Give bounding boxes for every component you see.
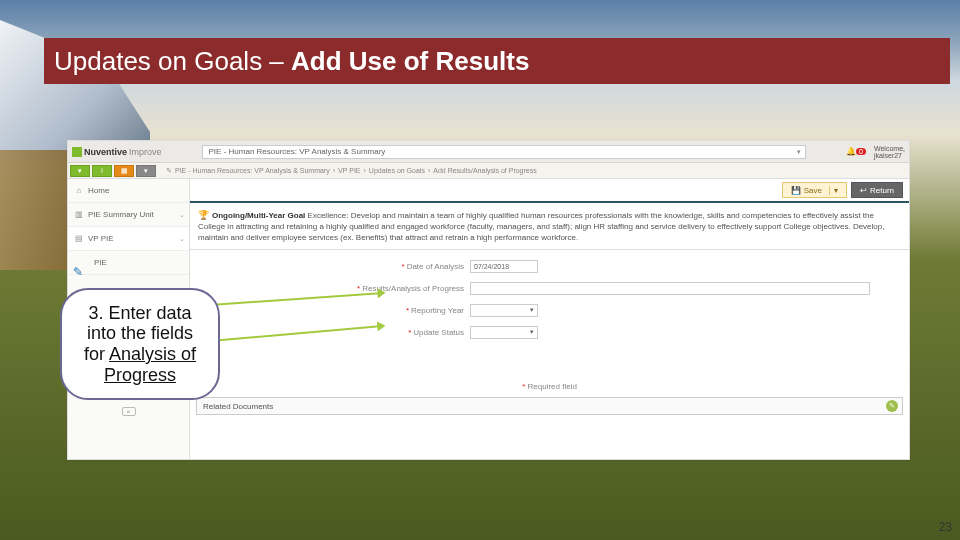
date-input[interactable]: 07/24/2018 [470, 260, 538, 273]
unit-picker-dropdown[interactable]: PIE - Human Resources: VP Analysis & Sum… [202, 145, 807, 159]
sidenav-home-label: Home [88, 186, 109, 195]
main-panel: 💾Save▾ ↩Return 🏆Ongoing/Multi-Year Goal … [190, 179, 909, 459]
sidenav-summary[interactable]: ▥PIE Summary Unit⌄ [68, 203, 189, 227]
related-docs-action-icon[interactable]: ✎ [886, 400, 898, 412]
save-button[interactable]: 💾Save▾ [782, 182, 847, 198]
slide-title-bar: Updates on Goals – Add Use of Results [44, 38, 950, 84]
required-star-icon: * [357, 284, 360, 293]
sidenav-home[interactable]: ⌂Home [68, 179, 189, 203]
year-select[interactable] [470, 304, 538, 317]
instruction-callout: 3. Enter data into the fields for Analys… [60, 288, 220, 400]
breadcrumb-4: Add Results/Analysis of Progress [433, 167, 537, 174]
notification-bell-icon[interactable]: 🔔0 [846, 147, 866, 156]
save-icon: 💾 [791, 186, 801, 195]
breadcrumb-1[interactable]: PIE - Human Resources: VP Analysis & Sum… [175, 167, 330, 174]
slide-title: Updates on Goals – Add Use of Results [54, 46, 529, 77]
sidenav-vppie-label: VP PIE [88, 234, 114, 243]
chevron-down-icon: ⌄ [179, 211, 185, 219]
return-button[interactable]: ↩Return [851, 182, 903, 198]
breadcrumb-sep-icon: › [428, 167, 430, 174]
breadcrumb-sep-icon: › [333, 167, 335, 174]
sidenav-sub-label: PIE [94, 258, 107, 267]
trophy-icon: 🏆 [198, 210, 209, 220]
sidenav-sub[interactable]: PIE [68, 251, 189, 275]
required-star-icon: * [408, 328, 411, 337]
welcome-user: jkaiser27 [874, 152, 905, 159]
chevron-down-icon: ⌄ [179, 235, 185, 243]
nav-iconbar: ▾ i ▦ ▾ ✎ PIE - Human Resources: VP Anal… [68, 163, 909, 179]
columns-icon: ▥ [74, 210, 84, 219]
return-label: Return [870, 186, 894, 195]
welcome-label: Welcome, [874, 145, 905, 152]
callout-line1: 3. Enter data [88, 303, 191, 323]
sidenav-vppie[interactable]: ▤VP PIE⌄ [68, 227, 189, 251]
breadcrumb-sep-icon: › [364, 167, 366, 174]
form-area: *Date of Analysis 07/24/2018 *Results/An… [190, 250, 909, 459]
label-date: *Date of Analysis [190, 262, 470, 271]
save-caret-icon[interactable]: ▾ [829, 186, 838, 195]
navicon-3[interactable]: ▦ [114, 165, 134, 177]
required-star-icon: * [406, 306, 409, 315]
required-hint-text: Required field [527, 382, 576, 391]
topbar-right: 🔔0 Welcome, jkaiser27 [846, 145, 905, 159]
edit-pen-icon: ✎ [73, 265, 83, 279]
status-select[interactable] [470, 326, 538, 339]
title-plain: Updates on Goals – [54, 46, 291, 76]
results-input[interactable] [470, 282, 870, 295]
logo-text-1: Nuventive [84, 147, 127, 157]
breadcrumb-pen-icon: ✎ [166, 167, 172, 175]
goal-box: 🏆Ongoing/Multi-Year Goal Excellence: Dev… [190, 203, 909, 250]
navicon-4[interactable]: ▾ [136, 165, 156, 177]
year-label-text: Reporting Year [411, 306, 464, 315]
sidenav-summary-label: PIE Summary Unit [88, 210, 154, 219]
callout-u1: Analysis of [109, 344, 196, 364]
required-star-icon: * [522, 382, 525, 391]
logo-text-2: Improve [129, 147, 162, 157]
status-label-text: Update Status [413, 328, 464, 337]
related-documents-bar[interactable]: Related Documents ✎ [196, 397, 903, 415]
doc-icon: ▤ [74, 234, 84, 243]
row-year: *Reporting Year [190, 300, 909, 320]
save-label: Save [804, 186, 822, 195]
label-results: *Results/Analysis of Progress [190, 284, 470, 293]
navicon-1[interactable]: ▾ [70, 165, 90, 177]
date-value: 07/24/2018 [474, 263, 509, 270]
callout-text: 3. Enter data into the fields for Analys… [84, 303, 196, 386]
breadcrumb-2[interactable]: VP PIE [338, 167, 360, 174]
unit-picker-value: PIE - Human Resources: VP Analysis & Sum… [209, 147, 386, 156]
page-number: 23 [939, 520, 952, 534]
label-year: *Reporting Year [190, 306, 470, 315]
logo-mark-icon [72, 147, 82, 157]
welcome-block[interactable]: Welcome, jkaiser27 [874, 145, 905, 159]
callout-line3: for [84, 344, 109, 364]
related-docs-label: Related Documents [203, 402, 273, 411]
navicon-2[interactable]: i [92, 165, 112, 177]
required-hint: * Required field [190, 382, 909, 391]
row-results: *Results/Analysis of Progress [190, 278, 909, 298]
callout-line2: into the fields [87, 323, 193, 343]
notification-badge: 0 [856, 148, 866, 155]
app-topbar: Nuventive Improve PIE - Human Resources:… [68, 141, 909, 163]
required-star-icon: * [402, 262, 405, 271]
home-icon: ⌂ [74, 186, 84, 195]
callout-u2: Progress [104, 365, 176, 385]
title-bold: Add Use of Results [291, 46, 529, 76]
app-logo: Nuventive Improve [72, 147, 162, 157]
expand-button[interactable]: « [122, 407, 136, 416]
breadcrumb: ✎ PIE - Human Resources: VP Analysis & S… [156, 167, 909, 175]
breadcrumb-3[interactable]: Updates on Goals [369, 167, 425, 174]
sidenav-expander: « [68, 405, 189, 417]
goal-label: Ongoing/Multi-Year Goal [212, 211, 305, 220]
date-label-text: Date of Analysis [407, 262, 464, 271]
return-icon: ↩ [860, 186, 867, 195]
action-row: 💾Save▾ ↩Return [190, 179, 909, 203]
row-date: *Date of Analysis 07/24/2018 [190, 256, 909, 276]
